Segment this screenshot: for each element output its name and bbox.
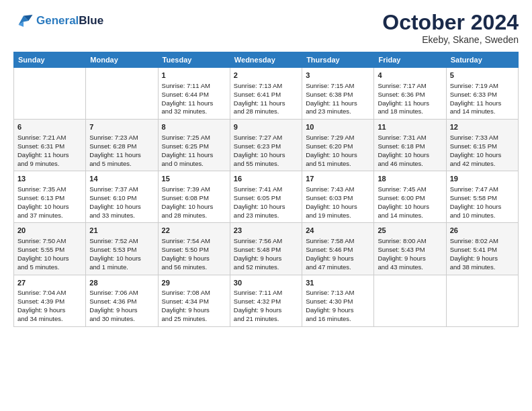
calendar-cell: 31Sunrise: 7:13 AMSunset: 4:30 PMDayligh… bbox=[302, 275, 374, 326]
calendar-cell: 10Sunrise: 7:29 AMSunset: 6:20 PMDayligh… bbox=[302, 120, 374, 171]
calendar-cell: 21Sunrise: 7:52 AMSunset: 5:53 PMDayligh… bbox=[86, 223, 158, 275]
calendar-header-row: SundayMondayTuesdayWednesdayThursdayFrid… bbox=[14, 52, 519, 68]
day-info-line: Sunrise: 7:21 AM bbox=[17, 134, 82, 142]
logo: GeneralBlue bbox=[13, 11, 103, 31]
day-info-line: Sunset: 4:36 PM bbox=[89, 298, 154, 306]
page: GeneralBlue October 2024 Ekeby, Skane, S… bbox=[0, 0, 532, 411]
day-info-line: and 56 minutes. bbox=[162, 263, 226, 272]
day-info-line: and 25 minutes. bbox=[162, 315, 226, 324]
day-info-line: Daylight: 9 hours bbox=[450, 255, 515, 263]
day-info-line: Sunrise: 7:13 AM bbox=[234, 82, 298, 91]
day-info-line: Daylight: 9 hours bbox=[306, 306, 370, 315]
day-number: 11 bbox=[378, 122, 442, 132]
day-info-line: Sunrise: 7:56 AM bbox=[234, 237, 298, 246]
day-info-line: Sunset: 5:58 PM bbox=[450, 194, 515, 203]
day-info-line: and 14 minutes. bbox=[378, 212, 442, 220]
day-number: 20 bbox=[17, 226, 82, 236]
calendar-cell: 25Sunrise: 8:00 AMSunset: 5:43 PMDayligh… bbox=[374, 223, 446, 275]
day-info-line: Daylight: 10 hours bbox=[378, 203, 442, 212]
calendar-cell: 6Sunrise: 7:21 AMSunset: 6:31 PMDaylight… bbox=[14, 120, 86, 171]
day-info-line: Daylight: 9 hours bbox=[306, 255, 370, 263]
day-info-line: and 34 minutes. bbox=[17, 315, 82, 324]
day-info-line: Sunrise: 7:27 AM bbox=[234, 134, 298, 142]
day-info-line: Sunset: 6:23 PM bbox=[234, 142, 298, 151]
day-number: 17 bbox=[306, 174, 370, 184]
day-info-line: Daylight: 9 hours bbox=[162, 306, 226, 315]
calendar-cell: 22Sunrise: 7:54 AMSunset: 5:50 PMDayligh… bbox=[158, 223, 230, 275]
day-info-line: and 5 minutes. bbox=[89, 160, 154, 169]
day-info-line: and 32 minutes. bbox=[162, 107, 226, 116]
day-info-line: Sunset: 6:31 PM bbox=[17, 142, 82, 151]
title-block: October 2024 Ekeby, Skane, Sweden bbox=[382, 11, 519, 45]
day-info-line: Sunrise: 7:11 AM bbox=[234, 289, 298, 298]
day-number: 24 bbox=[306, 226, 370, 236]
day-info-line: Sunrise: 7:06 AM bbox=[89, 289, 154, 298]
day-number: 25 bbox=[378, 226, 442, 236]
calendar-cell: 16Sunrise: 7:41 AMSunset: 6:05 PMDayligh… bbox=[230, 171, 302, 223]
calendar-cell: 27Sunrise: 7:04 AMSunset: 4:39 PMDayligh… bbox=[14, 275, 86, 326]
day-info-line: Sunset: 6:28 PM bbox=[89, 142, 154, 151]
location: Ekeby, Skane, Sweden bbox=[382, 34, 519, 45]
day-number: 2 bbox=[234, 71, 298, 81]
day-info-line: Sunrise: 7:31 AM bbox=[378, 134, 442, 142]
day-info-line: Sunset: 5:55 PM bbox=[17, 246, 82, 255]
day-info-line: Daylight: 10 hours bbox=[89, 255, 154, 263]
day-number: 10 bbox=[306, 122, 370, 132]
day-info-line: and 23 minutes. bbox=[306, 107, 370, 116]
day-info-line: Sunrise: 8:00 AM bbox=[378, 237, 442, 246]
day-info-line: Sunset: 5:48 PM bbox=[234, 246, 298, 255]
day-info-line: and 5 minutes. bbox=[17, 263, 82, 272]
weekday-header: Wednesday bbox=[230, 52, 302, 68]
day-info-line: and 52 minutes. bbox=[234, 263, 298, 272]
day-info-line: Sunset: 6:00 PM bbox=[378, 194, 442, 203]
day-number: 6 bbox=[17, 122, 82, 132]
day-info-line: and 1 minute. bbox=[89, 263, 154, 272]
day-number: 27 bbox=[17, 278, 82, 288]
calendar-cell: 3Sunrise: 7:15 AMSunset: 6:38 PMDaylight… bbox=[302, 68, 374, 120]
day-info-line: and 9 minutes. bbox=[17, 160, 82, 169]
calendar-week-row: 20Sunrise: 7:50 AMSunset: 5:55 PMDayligh… bbox=[14, 223, 519, 275]
day-number: 18 bbox=[378, 174, 442, 184]
day-info-line: Daylight: 9 hours bbox=[162, 255, 226, 263]
calendar-cell: 4Sunrise: 7:17 AMSunset: 6:36 PMDaylight… bbox=[374, 68, 446, 120]
day-info-line: Sunrise: 7:11 AM bbox=[162, 82, 226, 91]
day-info-line: and 33 minutes. bbox=[89, 212, 154, 220]
day-info-line: and 14 minutes. bbox=[450, 107, 515, 116]
day-number: 15 bbox=[162, 174, 226, 184]
day-info-line: Sunset: 4:39 PM bbox=[17, 298, 82, 306]
day-info-line: Sunrise: 7:04 AM bbox=[17, 289, 82, 298]
weekday-header: Tuesday bbox=[158, 52, 230, 68]
month-title: October 2024 bbox=[382, 11, 519, 34]
day-info-line: Daylight: 9 hours bbox=[89, 306, 154, 315]
day-number: 30 bbox=[234, 278, 298, 288]
day-info-line: Sunset: 6:44 PM bbox=[162, 91, 226, 99]
day-info-line: and 43 minutes. bbox=[378, 263, 442, 272]
day-number: 5 bbox=[450, 71, 515, 81]
day-info-line: and 19 minutes. bbox=[306, 212, 370, 220]
day-info-line: Sunrise: 7:50 AM bbox=[17, 237, 82, 246]
day-info-line: Daylight: 9 hours bbox=[378, 255, 442, 263]
day-info-line: and 16 minutes. bbox=[306, 315, 370, 324]
day-number: 16 bbox=[234, 174, 298, 184]
day-info-line: Daylight: 9 hours bbox=[17, 306, 82, 315]
day-info-line: Sunrise: 7:39 AM bbox=[162, 185, 226, 194]
weekday-header: Sunday bbox=[14, 52, 86, 68]
day-info-line: and 30 minutes. bbox=[89, 315, 154, 324]
day-info-line: Sunset: 5:53 PM bbox=[89, 246, 154, 255]
day-info-line: Sunrise: 7:25 AM bbox=[162, 134, 226, 142]
day-info-line: Sunset: 6:13 PM bbox=[17, 194, 82, 203]
calendar-cell: 14Sunrise: 7:37 AMSunset: 6:10 PMDayligh… bbox=[86, 171, 158, 223]
day-info-line: Sunset: 6:15 PM bbox=[450, 142, 515, 151]
day-info-line: and 18 minutes. bbox=[378, 107, 442, 116]
day-info-line: Daylight: 10 hours bbox=[17, 255, 82, 263]
logo-icon bbox=[13, 11, 34, 31]
calendar-cell: 29Sunrise: 7:08 AMSunset: 4:34 PMDayligh… bbox=[158, 275, 230, 326]
day-info-line: Sunrise: 7:23 AM bbox=[89, 134, 154, 142]
calendar-cell: 19Sunrise: 7:47 AMSunset: 5:58 PMDayligh… bbox=[446, 171, 518, 223]
calendar-cell bbox=[86, 68, 158, 120]
day-info-line: Daylight: 10 hours bbox=[306, 203, 370, 212]
day-info-line: Daylight: 9 hours bbox=[234, 255, 298, 263]
day-number: 12 bbox=[450, 122, 515, 132]
calendar-cell: 15Sunrise: 7:39 AMSunset: 6:08 PMDayligh… bbox=[158, 171, 230, 223]
logo-line1: General bbox=[36, 14, 79, 27]
